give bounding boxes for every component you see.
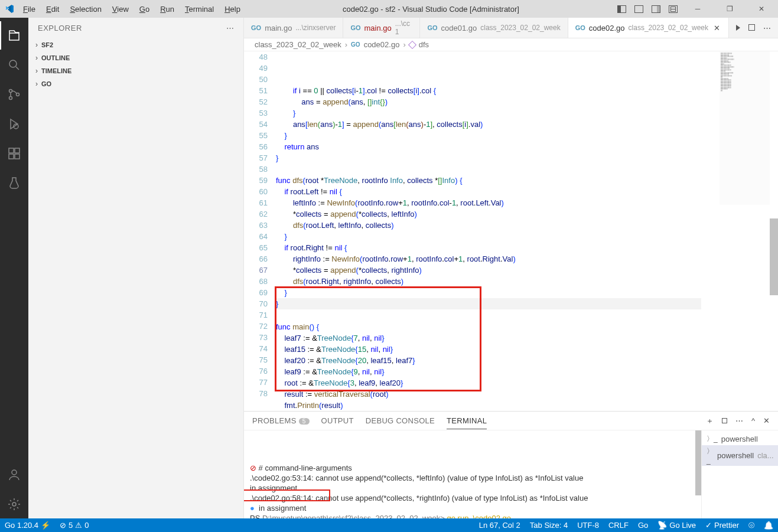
activity-source-control[interactable] — [0, 80, 28, 109]
terminal-content[interactable]: ⊘ # command-line-arguments.\code02.go:53… — [244, 430, 695, 518]
activity-settings[interactable] — [0, 490, 28, 518]
go-file-icon: GO — [575, 24, 585, 31]
svg-point-9 — [12, 470, 17, 475]
line-number-gutter: 4849505152535455565758596061626364656667… — [244, 51, 276, 411]
sidebar-section-timeline[interactable]: ›TIMELINE — [28, 64, 243, 77]
svg-point-3 — [17, 93, 19, 96]
status-bar: Go 1.20.4 ⚡ 5 0 Ln 67, Col 2 Tab Size: 4… — [0, 518, 778, 532]
breadcrumb[interactable]: class_2023_02_02_week › GO code02.go › d… — [244, 38, 778, 51]
activity-bar — [0, 18, 28, 518]
editor-tab[interactable]: GO code01.go class_2023_02_02_week — [420, 18, 568, 38]
menu-run[interactable]: Run — [156, 4, 178, 15]
main-menu: FileEditSelectionViewGoRunTerminalHelp — [19, 4, 245, 15]
terminal-instance[interactable]: 〉_powershell — [702, 433, 778, 445]
status-go-version[interactable]: Go 1.20.4 ⚡ — [0, 521, 55, 530]
breadcrumb-file[interactable]: code02.go — [364, 40, 400, 49]
explorer-sidebar: EXPLORER ⋯ ›SF2›OUTLINE›TIMELINE›GO — [28, 18, 244, 518]
sidebar-section-go[interactable]: ›GO — [28, 77, 243, 90]
panel-split-terminal-icon[interactable] — [722, 416, 727, 425]
svg-point-2 — [9, 97, 12, 100]
status-encoding[interactable]: UTF-8 — [572, 521, 604, 530]
bottom-panel: PROBLEMS5 OUTPUT DEBUG CONSOLE TERMINAL … — [244, 411, 778, 518]
editor-tab[interactable]: GO code02.go class_2023_02_02_week✕ — [568, 18, 729, 38]
activity-explorer[interactable] — [0, 21, 28, 50]
go-file-icon: GO — [351, 41, 360, 48]
menu-view[interactable]: View — [108, 4, 133, 15]
layout-sidebar-right-icon[interactable] — [652, 5, 660, 13]
menu-help[interactable]: Help — [220, 4, 245, 15]
vscode-logo-icon — [5, 4, 14, 14]
panel-tab-output[interactable]: OUTPUT — [321, 413, 354, 429]
panel-new-terminal-icon[interactable]: ＋ — [706, 416, 714, 426]
svg-point-10 — [12, 502, 16, 506]
chevron-right-icon: › — [32, 80, 41, 88]
menu-terminal[interactable]: Terminal — [181, 4, 218, 15]
window-minimize-button[interactable]: ─ — [686, 0, 709, 18]
terminal-icon: 〉_ — [707, 434, 718, 444]
menu-file[interactable]: File — [19, 4, 40, 15]
svg-rect-6 — [15, 148, 19, 153]
breadcrumb-symbol[interactable]: dfs — [419, 40, 429, 49]
status-language[interactable]: Go — [633, 521, 653, 530]
status-problems[interactable]: 5 0 — [55, 521, 93, 530]
window-maximize-button[interactable]: ❐ — [718, 0, 741, 18]
terminal-instance[interactable]: 〉_powershell cla... — [702, 445, 778, 466]
sidebar-section-outline[interactable]: ›OUTLINE — [28, 51, 243, 64]
status-feedback-icon[interactable]: ⦾ — [744, 521, 759, 530]
terminal-list: 〉_powershell〉_powershell cla... — [701, 430, 778, 518]
status-tab-size[interactable]: Tab Size: 4 — [525, 521, 572, 530]
terminal-icon: 〉_ — [707, 446, 714, 465]
sidebar-section-sf2[interactable]: ›SF2 — [28, 38, 243, 51]
panel-tab-terminal[interactable]: TERMINAL — [447, 413, 487, 429]
split-editor-icon[interactable] — [748, 24, 755, 32]
minimap[interactable]: ▌▌▌▌▌▌▌▌▌▌▌▌▌▌▌▌▌▌▌▌▌▌▌▌▌▌▌▌▌▌▌▌▌▌▌▌▌▌▌▌… — [720, 51, 770, 205]
sidebar-title: EXPLORER — [38, 24, 82, 32]
menu-selection[interactable]: Selection — [66, 4, 105, 15]
chevron-right-icon: › — [32, 67, 41, 75]
menu-go[interactable]: Go — [135, 4, 154, 15]
window-title: code02.go - sf2 - Visual Studio Code [Ad… — [245, 5, 617, 14]
code-editor[interactable]: 4849505152535455565758596061626364656667… — [244, 51, 778, 411]
layout-customize-icon[interactable] — [669, 5, 678, 13]
close-icon[interactable]: ✕ — [712, 24, 721, 32]
activity-account[interactable] — [0, 461, 28, 489]
panel-maximize-icon[interactable]: ^ — [751, 416, 755, 425]
chevron-right-icon: › — [32, 41, 41, 49]
go-file-icon: GO — [251, 24, 261, 31]
window-close-button[interactable]: ✕ — [750, 0, 773, 18]
run-button[interactable] — [736, 24, 740, 32]
editor-tab[interactable]: GO main.go ...\zinxserver — [244, 18, 343, 38]
activity-search[interactable] — [0, 51, 28, 79]
activity-run-debug[interactable] — [0, 110, 28, 138]
menu-edit[interactable]: Edit — [42, 4, 63, 15]
terminal-scrollbar[interactable] — [695, 430, 701, 518]
activity-extensions[interactable] — [0, 139, 28, 168]
activity-testing[interactable] — [0, 169, 28, 197]
chevron-right-icon: › — [32, 54, 41, 62]
svg-rect-8 — [15, 154, 19, 159]
editor-tabs: GO main.go ...\zinxserverGO main.go ...\… — [244, 18, 778, 38]
layout-sidebar-left-icon[interactable] — [617, 5, 626, 13]
code-content[interactable]: if i == 0 || collects[i-1].col != collec… — [276, 51, 778, 411]
svg-rect-7 — [9, 154, 14, 159]
sidebar-more-icon[interactable]: ⋯ — [226, 24, 235, 32]
svg-point-0 — [9, 60, 17, 67]
svg-rect-5 — [9, 148, 14, 153]
panel-tab-problems[interactable]: PROBLEMS5 — [252, 413, 310, 429]
breadcrumb-folder[interactable]: class_2023_02_02_week — [255, 40, 341, 49]
panel-tab-debug-console[interactable]: DEBUG CONSOLE — [366, 413, 435, 429]
editor-tab[interactable]: GO main.go ...\cc 1 — [343, 18, 420, 38]
panel-more-icon[interactable]: ⋯ — [735, 416, 743, 425]
status-prettier[interactable]: Prettier — [701, 521, 744, 530]
layout-panel-bottom-icon[interactable] — [634, 5, 643, 13]
editor-scrollbar[interactable] — [770, 51, 778, 411]
go-file-icon: GO — [350, 24, 360, 31]
status-eol[interactable]: CRLF — [604, 521, 633, 530]
tab-more-icon[interactable]: ⋯ — [763, 24, 771, 32]
editor-group: GO main.go ...\zinxserverGO main.go ...\… — [244, 18, 778, 518]
panel-close-icon[interactable]: ✕ — [763, 416, 770, 425]
status-notifications-icon[interactable] — [759, 521, 778, 530]
function-icon — [408, 40, 416, 48]
status-go-live[interactable]: Go Live — [653, 521, 701, 530]
status-cursor-position[interactable]: Ln 67, Col 2 — [474, 521, 525, 530]
